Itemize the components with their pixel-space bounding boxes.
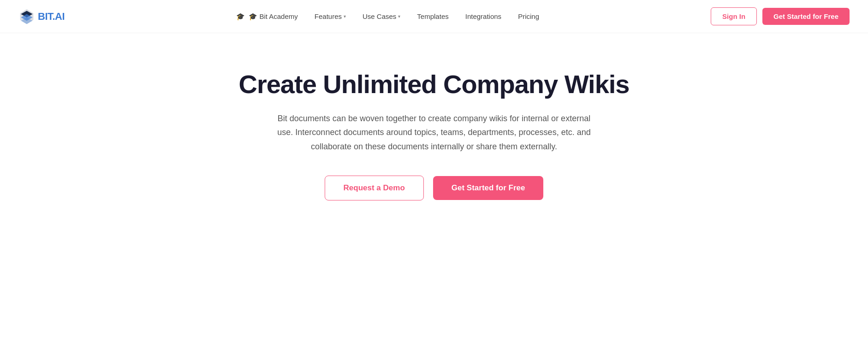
- get-started-nav-button[interactable]: Get Started for Free: [762, 8, 850, 25]
- nav-item-academy[interactable]: 🎓 🎓 Bit Academy: [230, 9, 304, 24]
- nav-features-label: Features: [315, 12, 342, 20]
- logo-icon: [18, 8, 35, 25]
- academy-icon: 🎓: [236, 12, 245, 21]
- nav-use-cases-label: Use Cases: [363, 12, 396, 20]
- nav-item-templates[interactable]: Templates: [410, 9, 455, 24]
- nav-item-integrations[interactable]: Integrations: [459, 9, 508, 24]
- nav-actions: Sign In Get Started for Free: [711, 7, 850, 25]
- logo[interactable]: BIT.AI: [18, 8, 65, 25]
- signin-button[interactable]: Sign In: [711, 7, 757, 25]
- hero-section: Create Unlimited Company Wikis Bit docum…: [0, 33, 868, 228]
- logo-text: BIT.AI: [38, 11, 65, 23]
- hero-content: Create Unlimited Company Wikis Bit docum…: [226, 33, 642, 228]
- request-demo-button[interactable]: Request a Demo: [325, 176, 424, 200]
- nav-item-features[interactable]: Features ▾: [308, 9, 352, 24]
- nav-academy-label: 🎓 Bit Academy: [249, 12, 298, 21]
- hero-description: Bit documents can be woven together to c…: [277, 112, 591, 154]
- nav-pricing-label: Pricing: [518, 12, 539, 20]
- navbar: BIT.AI 🎓 🎓 Bit Academy Features ▾ Use Ca…: [0, 0, 868, 33]
- nav-links: 🎓 🎓 Bit Academy Features ▾ Use Cases ▾ T…: [230, 9, 546, 24]
- nav-item-use-cases[interactable]: Use Cases ▾: [356, 9, 407, 24]
- hero-buttons: Request a Demo Get Started for Free: [325, 176, 544, 200]
- nav-item-pricing[interactable]: Pricing: [511, 9, 546, 24]
- features-chevron-icon: ▾: [344, 14, 346, 19]
- hero-title: Create Unlimited Company Wikis: [238, 70, 629, 99]
- nav-templates-label: Templates: [417, 12, 448, 20]
- get-started-hero-button[interactable]: Get Started for Free: [433, 176, 544, 200]
- use-cases-chevron-icon: ▾: [398, 14, 400, 19]
- nav-integrations-label: Integrations: [465, 12, 501, 20]
